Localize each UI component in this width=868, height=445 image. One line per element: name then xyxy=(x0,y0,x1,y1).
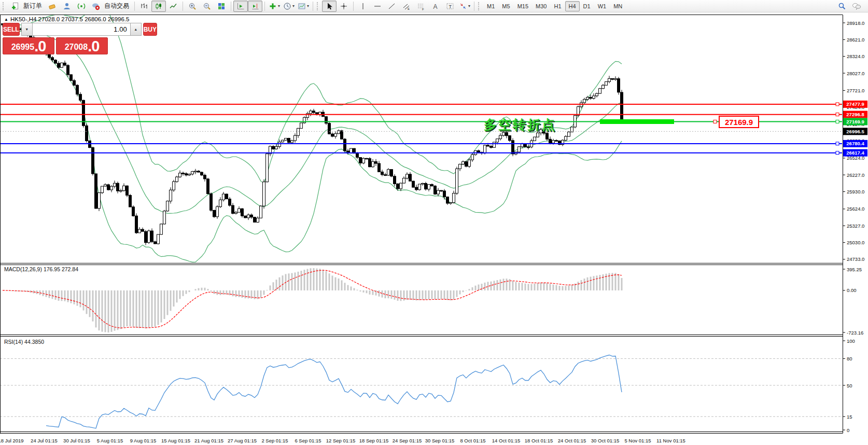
x-axis-label: 15 Aug 01:15 xyxy=(161,438,190,443)
svg-text:25030.0: 25030.0 xyxy=(847,240,864,245)
price-badge: 27169.9 xyxy=(843,118,867,125)
rsi-label: RSI(14) 44.3850 xyxy=(4,339,44,345)
rsi-value: 44.3850 xyxy=(24,339,44,345)
macd-pane xyxy=(3,268,622,332)
buy-price-point: .0 xyxy=(88,39,99,54)
volume-decrease-button[interactable]: ▼ xyxy=(21,23,33,36)
x-axis-label: 5 Nov 01:15 xyxy=(624,438,651,443)
x-axis-label: 14 Oct 01:15 xyxy=(492,438,520,443)
main-pane xyxy=(0,1,843,262)
x-axis-label: 30 Sep 01:15 xyxy=(425,438,455,443)
x-axis-label: 18 Oct 01:15 xyxy=(525,438,553,443)
svg-text:50: 50 xyxy=(847,383,852,388)
svg-text:26617.4: 26617.4 xyxy=(846,150,864,156)
svg-text:0: 0 xyxy=(847,427,849,433)
svg-text:24733.0: 24733.0 xyxy=(847,256,864,262)
svg-text:25930.0: 25930.0 xyxy=(847,189,864,194)
one-click-trade-panel: SELL ▼ ▲ BUY 26995.0 27008.0 xyxy=(3,23,108,54)
x-axis-label: 27 Aug 01:15 xyxy=(228,438,257,443)
buy-button[interactable]: BUY xyxy=(143,23,157,36)
macd-label: MACD(12,26,9) 176.95 272.84 xyxy=(4,266,78,272)
svg-text:28324.0: 28324.0 xyxy=(847,53,864,59)
sell-button[interactable]: SELL xyxy=(3,23,20,36)
buy-price-display[interactable]: 27008.0 xyxy=(56,37,108,54)
level-handle[interactable] xyxy=(836,103,839,106)
sell-price-main: 26995 xyxy=(11,40,35,54)
price-badge: 27296.8 xyxy=(843,111,867,118)
svg-text:15: 15 xyxy=(847,414,852,420)
rsi-line xyxy=(46,355,622,428)
symbol-collapse-icon[interactable]: ▲ xyxy=(4,17,8,22)
x-axis-label: 5 Aug 01:15 xyxy=(97,438,123,443)
svg-text:26996.5: 26996.5 xyxy=(846,129,864,134)
chart-canvas[interactable]: 28918.028621.028324.028027.027721.027424… xyxy=(0,0,868,445)
mt4-window: 新订单 自动交易 xyxy=(0,0,868,445)
time-axis[interactable]: 18 Jul 201924 Jul 01:1530 Jul 01:155 Aug… xyxy=(0,438,685,443)
svg-text:26227.0: 26227.0 xyxy=(847,172,864,178)
macd-name: MACD(12,26,9) xyxy=(4,266,42,272)
macd-values: 176.95 272.84 xyxy=(44,266,78,272)
volume-increase-button[interactable]: ▲ xyxy=(130,23,142,36)
level-handle[interactable] xyxy=(836,113,839,116)
price-tag-anchor xyxy=(713,120,717,123)
svg-text:80: 80 xyxy=(847,356,852,361)
price-axis[interactable]: 28918.028621.028324.028027.027721.027424… xyxy=(843,20,867,433)
x-axis-label: 24 Jul 01:15 xyxy=(31,438,58,443)
svg-text:27721.0: 27721.0 xyxy=(847,88,864,93)
svg-text:28621.0: 28621.0 xyxy=(847,37,864,43)
level-handle[interactable] xyxy=(836,151,839,155)
price-badge: 27477.9 xyxy=(843,101,867,108)
svg-text:27477.9: 27477.9 xyxy=(846,101,864,107)
x-axis-label: 21 Aug 01:15 xyxy=(194,438,223,443)
x-axis-label: 12 Sep 01:15 xyxy=(326,438,356,443)
sell-price-point: .0 xyxy=(34,39,46,54)
svg-text:0.00: 0.00 xyxy=(847,287,857,293)
svg-text:27169.9: 27169.9 xyxy=(846,119,864,124)
pane-frame xyxy=(0,15,843,434)
x-axis-label: 18 Jul 2019 xyxy=(0,438,24,443)
chart-header: ▲HK50-,H4 27028.0 27037.5 26806.0 26996.… xyxy=(4,16,129,22)
x-axis-label: 30 Jul 01:15 xyxy=(63,438,90,443)
buy-price-main: 27008 xyxy=(65,40,88,54)
x-axis-label: 6 Sep 01:15 xyxy=(295,438,321,443)
volume-input[interactable] xyxy=(33,23,130,36)
x-axis-label: 18 Sep 01:15 xyxy=(359,438,389,443)
x-axis-label: 8 Oct 01:15 xyxy=(460,438,485,443)
candles-layer xyxy=(2,23,623,245)
svg-text:28027.0: 28027.0 xyxy=(847,71,864,76)
sell-price-display[interactable]: 26995.0 xyxy=(3,37,54,54)
level-handle[interactable] xyxy=(836,142,839,145)
svg-text:25624.0: 25624.0 xyxy=(847,206,864,212)
svg-text:395.25: 395.25 xyxy=(847,267,862,272)
x-axis-label: 24 Sep 01:15 xyxy=(393,438,422,443)
svg-text:28918.0: 28918.0 xyxy=(847,20,864,26)
price-badge: 26996.5 xyxy=(843,128,867,135)
rsi-pane xyxy=(0,355,843,428)
svg-text:100: 100 xyxy=(847,338,855,344)
turning-point-annotation[interactable]: 多空转折点 xyxy=(484,116,556,133)
level-handle[interactable] xyxy=(836,120,839,123)
chart-title-text: HK50-,H4 27028.0 27037.5 26806.0 26996.5 xyxy=(10,16,130,22)
price-tag-label[interactable]: 27169.9 xyxy=(719,116,759,128)
x-axis-label: 2 Sep 01:15 xyxy=(261,438,288,443)
svg-text:27296.8: 27296.8 xyxy=(846,112,864,117)
x-axis-label: 9 Aug 01:15 xyxy=(130,438,157,443)
price-badge: 26780.4 xyxy=(843,140,867,147)
svg-text:25327.0: 25327.0 xyxy=(847,223,864,229)
x-axis-label: 30 Oct 01:15 xyxy=(591,438,619,443)
x-axis-label: 24 Oct 01:15 xyxy=(558,438,586,443)
svg-text:-723.16: -723.16 xyxy=(847,330,863,336)
price-badge: 26617.4 xyxy=(843,149,867,157)
rsi-name: RSI(14) xyxy=(4,339,23,345)
x-axis-label: 11 Nov 01:15 xyxy=(656,438,685,443)
svg-text:26780.4: 26780.4 xyxy=(846,141,864,146)
